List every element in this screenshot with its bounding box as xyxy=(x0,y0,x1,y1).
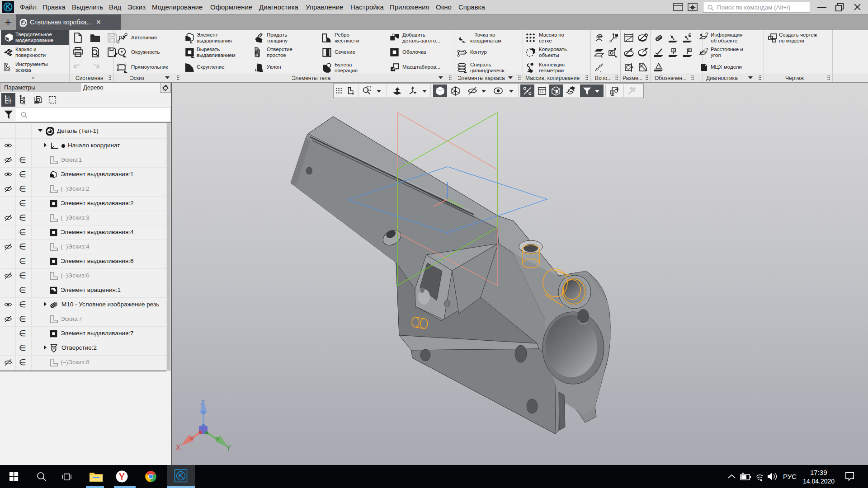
svg-text:X: X xyxy=(176,444,181,451)
svg-text:1: 1 xyxy=(658,64,660,68)
svg-text:?: ? xyxy=(705,33,708,38)
svg-text:Z: Z xyxy=(200,399,205,407)
svg-text:A: A xyxy=(673,49,675,52)
svg-text:?: ? xyxy=(705,47,708,53)
svg-text:Y: Y xyxy=(226,444,231,452)
svg-text:12: 12 xyxy=(8,101,12,104)
